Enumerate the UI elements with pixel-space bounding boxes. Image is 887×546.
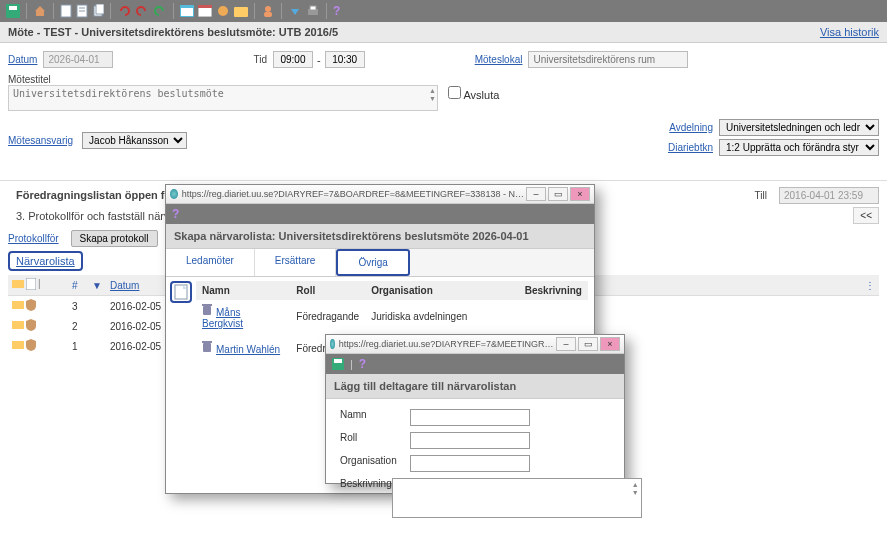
protokollfor-link[interactable]: Protokollför: [8, 233, 59, 244]
doc-copy-icon[interactable]: [92, 4, 104, 18]
svg-rect-32: [202, 341, 212, 343]
motesansvarig-label[interactable]: Mötesansvarig: [8, 135, 73, 146]
svg-rect-1: [9, 6, 17, 10]
svg-rect-3: [61, 5, 71, 17]
folder-icon[interactable]: [234, 5, 248, 17]
till-label: Till: [755, 190, 767, 201]
collapse-button[interactable]: <<: [853, 207, 879, 224]
maximize-button[interactable]: ▭: [548, 187, 568, 201]
svg-rect-19: [310, 6, 316, 10]
chevron-up-icon[interactable]: ▲: [429, 87, 436, 95]
shield-icon[interactable]: [26, 319, 36, 331]
maximize-button[interactable]: ▭: [578, 337, 598, 351]
globe-icon: [170, 189, 178, 199]
chevron-down-icon[interactable]: ▼: [632, 489, 639, 497]
doc-edit-icon[interactable]: [76, 4, 88, 18]
tab-ersattare[interactable]: Ersättare: [255, 249, 337, 276]
svg-point-13: [218, 6, 228, 16]
delete-icon[interactable]: [202, 304, 212, 316]
popup2-title: Lägg till deltagare till närvarolistan: [326, 374, 624, 399]
sort-indicator-icon[interactable]: ▼: [88, 275, 106, 296]
tab-ovriga[interactable]: Övriga: [336, 249, 409, 276]
pcol-beskr[interactable]: Beskrivning: [519, 281, 588, 300]
header-strip: Möte - TEST - Universitetsdirektörens be…: [0, 22, 887, 43]
pcol-roll[interactable]: Roll: [290, 281, 365, 300]
svg-rect-14: [234, 7, 248, 17]
save-icon[interactable]: [332, 358, 344, 370]
svg-rect-12: [198, 5, 212, 8]
window-icon[interactable]: [180, 5, 194, 17]
svg-rect-22: [12, 280, 24, 288]
chevron-up-icon[interactable]: ▲: [632, 481, 639, 489]
chevron-down-icon[interactable]: ▼: [429, 95, 436, 103]
motestitel-label: Mötestitel: [8, 74, 442, 85]
avdelning-label[interactable]: Avdelning: [669, 122, 713, 133]
help-icon[interactable]: ?: [359, 357, 366, 371]
skapa-protokoll-button[interactable]: Skapa protokoll: [71, 230, 158, 247]
minimize-button[interactable]: –: [526, 187, 546, 201]
f-roll: Roll: [340, 432, 410, 443]
avdelning-select[interactable]: Universitetsledningen och ledr: [719, 119, 879, 136]
doc-icon[interactable]: [26, 278, 36, 290]
moteslokal-label[interactable]: Möteslokal: [475, 54, 523, 65]
motestitel-input[interactable]: [8, 85, 438, 111]
folder-icon[interactable]: [12, 278, 24, 290]
svg-rect-23: [26, 278, 36, 290]
roll-input[interactable]: [410, 432, 530, 449]
namn-input[interactable]: [410, 409, 530, 426]
folder-icon[interactable]: [12, 339, 24, 351]
narvarolista-link[interactable]: Närvarolista: [8, 251, 83, 271]
shield-icon[interactable]: [26, 339, 36, 351]
folder-icon[interactable]: [12, 299, 24, 311]
tid-from-input[interactable]: [273, 51, 313, 68]
tab-ledamoter[interactable]: Ledamöter: [166, 249, 255, 276]
pcol-org[interactable]: Organisation: [365, 281, 519, 300]
page-title: Möte - TEST - Universitetsdirektörens be…: [8, 26, 338, 38]
popup1-tabs: Ledamöter Ersättare Övriga: [166, 249, 594, 277]
doc-new-icon[interactable]: [60, 4, 72, 18]
calendar-icon[interactable]: [198, 5, 212, 17]
moteslokal-input[interactable]: [528, 51, 688, 68]
beskrivning-input[interactable]: [392, 478, 642, 518]
col-num[interactable]: #: [68, 275, 88, 296]
folder-icon[interactable]: [12, 319, 24, 331]
motesansvarig-select[interactable]: Jacob Håkansson: [82, 132, 187, 149]
minimize-button[interactable]: –: [556, 337, 576, 351]
home-icon[interactable]: [33, 4, 47, 18]
redo-green-icon[interactable]: [153, 4, 167, 18]
redo-red-icon[interactable]: [135, 4, 149, 18]
close-button[interactable]: ×: [600, 337, 620, 351]
svg-rect-25: [12, 321, 24, 329]
user-icon[interactable]: [261, 4, 275, 18]
col-menu-icon[interactable]: ⋮: [859, 275, 879, 296]
till-input[interactable]: [779, 187, 879, 204]
history-link[interactable]: Visa historik: [820, 26, 879, 38]
bar-icon[interactable]: |: [38, 278, 41, 290]
participant-name-link[interactable]: Martin Wahlén: [216, 344, 280, 355]
diariebtkn-label[interactable]: Diariebtkn: [668, 142, 713, 153]
tools-icon[interactable]: [216, 4, 230, 18]
svg-rect-27: [175, 285, 187, 299]
print-icon[interactable]: [306, 4, 320, 18]
save-icon[interactable]: [6, 4, 20, 18]
delete-icon[interactable]: [202, 341, 212, 353]
tid-to-input[interactable]: [325, 51, 365, 68]
pcol-namn[interactable]: Namn: [196, 281, 290, 300]
close-button[interactable]: ×: [570, 187, 590, 201]
svg-point-15: [265, 6, 271, 12]
add-participant-button[interactable]: [170, 281, 192, 303]
popup1-url: https://reg.diariet.uu.se?DIARYREF=7&BOA…: [182, 189, 526, 199]
help-icon[interactable]: ?: [172, 207, 179, 221]
diariebtkn-select[interactable]: 1:2 Upprätta och förändra styr: [719, 139, 879, 156]
list-item[interactable]: Måns BergkvistFöredragandeJuridiska avde…: [196, 300, 588, 333]
avsluta-checkbox[interactable]: [448, 86, 461, 99]
datum-input[interactable]: [43, 51, 113, 68]
shield-icon[interactable]: [26, 299, 36, 311]
datum-label[interactable]: Datum: [8, 54, 37, 65]
help-icon[interactable]: ?: [333, 4, 340, 18]
organisation-input[interactable]: [410, 455, 530, 472]
svg-rect-16: [264, 12, 272, 17]
undo-icon[interactable]: [117, 4, 131, 18]
svg-rect-29: [203, 306, 211, 315]
arrow-down-icon[interactable]: [288, 4, 302, 18]
